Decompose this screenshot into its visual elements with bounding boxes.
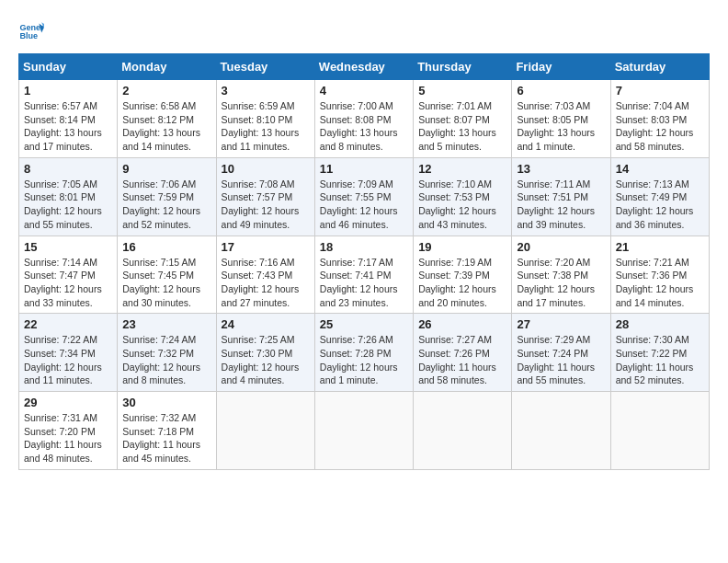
day-number: 18 <box>320 240 408 254</box>
day-number: 27 <box>517 317 605 331</box>
calendar-cell: 7Sunrise: 7:04 AMSunset: 8:03 PMDaylight… <box>610 80 709 158</box>
calendar-cell <box>512 392 610 470</box>
calendar-cell: 5Sunrise: 7:01 AMSunset: 8:07 PMDaylight… <box>414 80 512 158</box>
calendar-header-saturday: Saturday <box>610 54 709 80</box>
day-number: 1 <box>24 84 112 98</box>
day-number: 20 <box>517 240 605 254</box>
day-number: 24 <box>222 317 310 331</box>
day-content: Sunrise: 7:10 AMSunset: 7:53 PMDaylight:… <box>418 178 506 232</box>
calendar-body: 1Sunrise: 6:57 AMSunset: 8:14 PMDaylight… <box>19 80 710 470</box>
calendar-cell: 6Sunrise: 7:03 AMSunset: 8:05 PMDaylight… <box>512 80 610 158</box>
calendar-cell: 29Sunrise: 7:31 AMSunset: 7:20 PMDayligh… <box>19 392 118 470</box>
day-number: 12 <box>418 162 506 176</box>
day-content: Sunrise: 7:13 AMSunset: 7:49 PMDaylight:… <box>616 178 704 232</box>
calendar-cell: 20Sunrise: 7:20 AMSunset: 7:38 PMDayligh… <box>512 236 610 314</box>
day-number: 11 <box>320 162 408 176</box>
day-number: 7 <box>616 84 704 98</box>
day-content: Sunrise: 7:01 AMSunset: 8:07 PMDaylight:… <box>418 99 506 154</box>
calendar-cell: 10Sunrise: 7:08 AMSunset: 7:57 PMDayligh… <box>216 157 314 236</box>
day-content: Sunrise: 7:31 AMSunset: 7:20 PMDaylight:… <box>24 411 112 465</box>
calendar-cell: 15Sunrise: 7:14 AMSunset: 7:47 PMDayligh… <box>19 236 118 314</box>
day-number: 14 <box>616 162 704 176</box>
calendar-cell: 3Sunrise: 6:59 AMSunset: 8:10 PMDaylight… <box>216 80 314 158</box>
day-number: 2 <box>122 84 210 98</box>
calendar-week-row: 22Sunrise: 7:22 AMSunset: 7:34 PMDayligh… <box>19 314 710 392</box>
calendar-week-row: 29Sunrise: 7:31 AMSunset: 7:20 PMDayligh… <box>19 392 710 470</box>
calendar-cell: 18Sunrise: 7:17 AMSunset: 7:41 PMDayligh… <box>314 236 413 314</box>
day-content: Sunrise: 7:17 AMSunset: 7:41 PMDaylight:… <box>320 256 408 310</box>
calendar-cell: 16Sunrise: 7:15 AMSunset: 7:45 PMDayligh… <box>118 236 216 314</box>
day-content: Sunrise: 7:20 AMSunset: 7:38 PMDaylight:… <box>517 256 605 310</box>
calendar-cell: 22Sunrise: 7:22 AMSunset: 7:34 PMDayligh… <box>19 314 118 392</box>
calendar-header-row: SundayMondayTuesdayWednesdayThursdayFrid… <box>19 54 710 80</box>
calendar-cell: 14Sunrise: 7:13 AMSunset: 7:49 PMDayligh… <box>610 157 709 236</box>
day-number: 10 <box>222 162 310 176</box>
calendar-cell: 11Sunrise: 7:09 AMSunset: 7:55 PMDayligh… <box>314 157 413 236</box>
logo: General Blue <box>18 18 48 44</box>
calendar-cell <box>414 392 512 470</box>
calendar-header-friday: Friday <box>512 54 610 80</box>
day-content: Sunrise: 7:14 AMSunset: 7:47 PMDaylight:… <box>24 256 112 310</box>
calendar-header-thursday: Thursday <box>414 54 512 80</box>
day-content: Sunrise: 7:29 AMSunset: 7:24 PMDaylight:… <box>517 333 605 387</box>
day-number: 9 <box>122 162 210 176</box>
day-number: 4 <box>320 84 408 98</box>
calendar-cell: 2Sunrise: 6:58 AMSunset: 8:12 PMDaylight… <box>118 80 216 158</box>
day-content: Sunrise: 7:30 AMSunset: 7:22 PMDaylight:… <box>616 333 704 387</box>
calendar-cell: 1Sunrise: 6:57 AMSunset: 8:14 PMDaylight… <box>19 80 118 158</box>
day-number: 26 <box>418 317 506 331</box>
day-content: Sunrise: 7:26 AMSunset: 7:28 PMDaylight:… <box>320 333 408 387</box>
calendar-header-sunday: Sunday <box>19 54 118 80</box>
page-header: General Blue <box>18 18 710 44</box>
day-content: Sunrise: 7:04 AMSunset: 8:03 PMDaylight:… <box>616 99 704 154</box>
day-content: Sunrise: 6:59 AMSunset: 8:10 PMDaylight:… <box>222 99 310 154</box>
calendar-cell: 19Sunrise: 7:19 AMSunset: 7:39 PMDayligh… <box>414 236 512 314</box>
calendar-cell: 4Sunrise: 7:00 AMSunset: 8:08 PMDaylight… <box>314 80 413 158</box>
calendar-cell: 21Sunrise: 7:21 AMSunset: 7:36 PMDayligh… <box>610 236 709 314</box>
calendar-cell: 8Sunrise: 7:05 AMSunset: 8:01 PMDaylight… <box>19 157 118 236</box>
day-content: Sunrise: 7:15 AMSunset: 7:45 PMDaylight:… <box>122 256 210 310</box>
calendar-cell: 24Sunrise: 7:25 AMSunset: 7:30 PMDayligh… <box>216 314 314 392</box>
day-number: 23 <box>122 317 210 331</box>
calendar-cell: 9Sunrise: 7:06 AMSunset: 7:59 PMDaylight… <box>118 157 216 236</box>
day-content: Sunrise: 6:58 AMSunset: 8:12 PMDaylight:… <box>122 99 210 154</box>
day-content: Sunrise: 7:00 AMSunset: 8:08 PMDaylight:… <box>320 99 408 154</box>
calendar-cell: 13Sunrise: 7:11 AMSunset: 7:51 PMDayligh… <box>512 157 610 236</box>
calendar-cell: 23Sunrise: 7:24 AMSunset: 7:32 PMDayligh… <box>118 314 216 392</box>
calendar-cell: 17Sunrise: 7:16 AMSunset: 7:43 PMDayligh… <box>216 236 314 314</box>
day-content: Sunrise: 7:06 AMSunset: 7:59 PMDaylight:… <box>122 178 210 232</box>
day-number: 17 <box>222 240 310 254</box>
day-content: Sunrise: 7:21 AMSunset: 7:36 PMDaylight:… <box>616 256 704 310</box>
calendar-week-row: 15Sunrise: 7:14 AMSunset: 7:47 PMDayligh… <box>19 236 710 314</box>
calendar-week-row: 8Sunrise: 7:05 AMSunset: 8:01 PMDaylight… <box>19 157 710 236</box>
calendar-cell: 28Sunrise: 7:30 AMSunset: 7:22 PMDayligh… <box>610 314 709 392</box>
calendar-header-tuesday: Tuesday <box>216 54 314 80</box>
day-number: 3 <box>222 84 310 98</box>
day-content: Sunrise: 7:16 AMSunset: 7:43 PMDaylight:… <box>222 256 310 310</box>
day-content: Sunrise: 7:19 AMSunset: 7:39 PMDaylight:… <box>418 256 506 310</box>
day-number: 19 <box>418 240 506 254</box>
calendar-cell: 25Sunrise: 7:26 AMSunset: 7:28 PMDayligh… <box>314 314 413 392</box>
calendar-header-monday: Monday <box>118 54 216 80</box>
day-number: 16 <box>122 240 210 254</box>
calendar-cell: 30Sunrise: 7:32 AMSunset: 7:18 PMDayligh… <box>118 392 216 470</box>
day-content: Sunrise: 7:08 AMSunset: 7:57 PMDaylight:… <box>222 178 310 232</box>
calendar-cell <box>216 392 314 470</box>
calendar-cell <box>610 392 709 470</box>
day-content: Sunrise: 7:11 AMSunset: 7:51 PMDaylight:… <box>517 178 605 232</box>
calendar-week-row: 1Sunrise: 6:57 AMSunset: 8:14 PMDaylight… <box>19 80 710 158</box>
day-content: Sunrise: 7:27 AMSunset: 7:26 PMDaylight:… <box>418 333 506 387</box>
day-content: Sunrise: 6:57 AMSunset: 8:14 PMDaylight:… <box>24 99 112 154</box>
day-content: Sunrise: 7:05 AMSunset: 8:01 PMDaylight:… <box>24 178 112 232</box>
day-content: Sunrise: 7:32 AMSunset: 7:18 PMDaylight:… <box>122 411 210 465</box>
calendar-cell: 12Sunrise: 7:10 AMSunset: 7:53 PMDayligh… <box>414 157 512 236</box>
day-number: 5 <box>418 84 506 98</box>
day-content: Sunrise: 7:09 AMSunset: 7:55 PMDaylight:… <box>320 178 408 232</box>
calendar-cell: 27Sunrise: 7:29 AMSunset: 7:24 PMDayligh… <box>512 314 610 392</box>
day-number: 30 <box>122 396 210 409</box>
day-number: 6 <box>517 84 605 98</box>
day-number: 21 <box>616 240 704 254</box>
calendar-cell <box>314 392 413 470</box>
day-number: 15 <box>24 240 112 254</box>
svg-text:Blue: Blue <box>19 31 38 40</box>
